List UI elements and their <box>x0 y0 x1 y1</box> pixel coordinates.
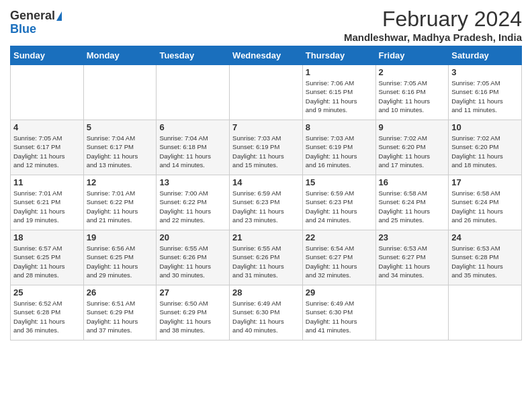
day-number: 2 <box>379 67 446 77</box>
calendar-cell: 19Sunrise: 6:56 AM Sunset: 6:25 PM Dayli… <box>83 230 157 285</box>
day-info: Sunrise: 6:59 AM Sunset: 6:23 PM Dayligh… <box>306 189 373 224</box>
day-info: Sunrise: 7:05 AM Sunset: 6:16 PM Dayligh… <box>451 79 519 114</box>
calendar-cell: 22Sunrise: 6:54 AM Sunset: 6:27 PM Dayli… <box>302 230 375 285</box>
day-info: Sunrise: 7:05 AM Sunset: 6:17 PM Dayligh… <box>13 134 81 169</box>
day-info: Sunrise: 7:03 AM Sunset: 6:19 PM Dayligh… <box>306 134 373 169</box>
day-of-week-header: Monday <box>83 46 157 65</box>
calendar-header-row: SundayMondayTuesdayWednesdayThursdayFrid… <box>11 46 522 65</box>
day-number: 11 <box>13 177 81 187</box>
calendar-cell <box>449 285 522 340</box>
calendar-cell: 3Sunrise: 7:05 AM Sunset: 6:16 PM Daylig… <box>449 65 522 120</box>
calendar-cell: 12Sunrise: 7:01 AM Sunset: 6:22 PM Dayli… <box>83 175 157 230</box>
calendar-cell: 15Sunrise: 6:59 AM Sunset: 6:23 PM Dayli… <box>302 175 375 230</box>
day-info: Sunrise: 6:55 AM Sunset: 6:26 PM Dayligh… <box>232 244 300 279</box>
logo-general-text: General <box>10 9 62 23</box>
location-subtitle: Mandleshwar, Madhya Pradesh, India <box>344 32 522 43</box>
day-info: Sunrise: 7:01 AM Sunset: 6:22 PM Dayligh… <box>87 189 154 224</box>
day-info: Sunrise: 6:52 AM Sunset: 6:28 PM Dayligh… <box>13 299 81 334</box>
day-number: 1 <box>306 67 373 77</box>
day-number: 14 <box>232 177 300 187</box>
day-info: Sunrise: 6:58 AM Sunset: 6:24 PM Dayligh… <box>379 189 446 224</box>
day-number: 12 <box>87 177 154 187</box>
day-info: Sunrise: 6:59 AM Sunset: 6:23 PM Dayligh… <box>232 189 300 224</box>
calendar-table: SundayMondayTuesdayWednesdayThursdayFrid… <box>10 46 522 340</box>
calendar-cell: 26Sunrise: 6:51 AM Sunset: 6:29 PM Dayli… <box>83 285 157 340</box>
day-of-week-header: Saturday <box>449 46 522 65</box>
day-of-week-header: Friday <box>375 46 449 65</box>
calendar-cell: 25Sunrise: 6:52 AM Sunset: 6:28 PM Dayli… <box>11 285 84 340</box>
calendar-week-row: 25Sunrise: 6:52 AM Sunset: 6:28 PM Dayli… <box>11 285 522 340</box>
calendar-cell <box>157 65 230 120</box>
logo-triangle-icon <box>56 11 62 21</box>
calendar-cell: 10Sunrise: 7:02 AM Sunset: 6:20 PM Dayli… <box>449 120 522 175</box>
day-info: Sunrise: 7:01 AM Sunset: 6:21 PM Dayligh… <box>13 189 81 224</box>
day-number: 26 <box>87 287 154 298</box>
day-info: Sunrise: 6:49 AM Sunset: 6:30 PM Dayligh… <box>232 299 300 334</box>
calendar-cell <box>230 65 303 120</box>
day-info: Sunrise: 6:55 AM Sunset: 6:26 PM Dayligh… <box>159 244 226 279</box>
day-number: 16 <box>379 177 446 187</box>
day-number: 8 <box>306 122 373 132</box>
day-info: Sunrise: 7:04 AM Sunset: 6:18 PM Dayligh… <box>159 134 226 169</box>
calendar-cell: 6Sunrise: 7:04 AM Sunset: 6:18 PM Daylig… <box>157 120 230 175</box>
calendar-cell: 28Sunrise: 6:49 AM Sunset: 6:30 PM Dayli… <box>230 285 303 340</box>
title-area: February 2024 Mandleshwar, Madhya Prades… <box>344 7 522 43</box>
logo: General Blue <box>10 9 62 36</box>
day-number: 6 <box>159 122 226 132</box>
day-number: 7 <box>232 122 300 132</box>
calendar-cell: 18Sunrise: 6:57 AM Sunset: 6:25 PM Dayli… <box>11 230 84 285</box>
month-year-title: February 2024 <box>344 7 522 32</box>
calendar-week-row: 1Sunrise: 7:06 AM Sunset: 6:15 PM Daylig… <box>11 65 522 120</box>
calendar-cell: 23Sunrise: 6:53 AM Sunset: 6:27 PM Dayli… <box>375 230 449 285</box>
day-info: Sunrise: 7:06 AM Sunset: 6:15 PM Dayligh… <box>306 79 373 114</box>
day-number: 15 <box>306 177 373 187</box>
calendar-cell: 29Sunrise: 6:49 AM Sunset: 6:30 PM Dayli… <box>302 285 375 340</box>
calendar-cell: 16Sunrise: 6:58 AM Sunset: 6:24 PM Dayli… <box>375 175 449 230</box>
day-info: Sunrise: 6:56 AM Sunset: 6:25 PM Dayligh… <box>87 244 154 279</box>
day-info: Sunrise: 7:04 AM Sunset: 6:17 PM Dayligh… <box>87 134 154 169</box>
calendar-cell: 2Sunrise: 7:05 AM Sunset: 6:16 PM Daylig… <box>375 65 449 120</box>
day-number: 27 <box>159 287 226 298</box>
calendar-cell <box>375 285 449 340</box>
day-of-week-header: Thursday <box>302 46 375 65</box>
day-number: 10 <box>451 122 519 132</box>
day-info: Sunrise: 6:53 AM Sunset: 6:27 PM Dayligh… <box>379 244 446 279</box>
calendar-cell: 4Sunrise: 7:05 AM Sunset: 6:17 PM Daylig… <box>11 120 84 175</box>
calendar-cell: 5Sunrise: 7:04 AM Sunset: 6:17 PM Daylig… <box>83 120 157 175</box>
day-info: Sunrise: 6:51 AM Sunset: 6:29 PM Dayligh… <box>87 299 154 334</box>
calendar-cell: 21Sunrise: 6:55 AM Sunset: 6:26 PM Dayli… <box>230 230 303 285</box>
day-number: 18 <box>13 232 81 242</box>
day-number: 24 <box>451 232 519 242</box>
day-number: 17 <box>451 177 519 187</box>
day-number: 19 <box>87 232 154 242</box>
day-number: 21 <box>232 232 300 242</box>
day-number: 23 <box>379 232 446 242</box>
calendar-cell <box>83 65 157 120</box>
calendar-cell: 7Sunrise: 7:03 AM Sunset: 6:19 PM Daylig… <box>230 120 303 175</box>
calendar-cell: 17Sunrise: 6:58 AM Sunset: 6:24 PM Dayli… <box>449 175 522 230</box>
day-info: Sunrise: 6:49 AM Sunset: 6:30 PM Dayligh… <box>306 299 373 334</box>
day-number: 13 <box>159 177 226 187</box>
day-info: Sunrise: 7:02 AM Sunset: 6:20 PM Dayligh… <box>451 134 519 169</box>
calendar-cell: 13Sunrise: 7:00 AM Sunset: 6:22 PM Dayli… <box>157 175 230 230</box>
calendar-cell: 9Sunrise: 7:02 AM Sunset: 6:20 PM Daylig… <box>375 120 449 175</box>
day-info: Sunrise: 6:50 AM Sunset: 6:29 PM Dayligh… <box>159 299 226 334</box>
day-of-week-header: Wednesday <box>230 46 303 65</box>
day-of-week-header: Sunday <box>11 46 84 65</box>
day-info: Sunrise: 7:03 AM Sunset: 6:19 PM Dayligh… <box>232 134 300 169</box>
day-info: Sunrise: 6:58 AM Sunset: 6:24 PM Dayligh… <box>451 189 519 224</box>
day-info: Sunrise: 7:02 AM Sunset: 6:20 PM Dayligh… <box>379 134 446 169</box>
calendar-cell: 11Sunrise: 7:01 AM Sunset: 6:21 PM Dayli… <box>11 175 84 230</box>
day-number: 29 <box>306 287 373 298</box>
calendar-week-row: 4Sunrise: 7:05 AM Sunset: 6:17 PM Daylig… <box>11 120 522 175</box>
logo-blue-text: Blue <box>10 23 62 36</box>
day-number: 25 <box>13 287 81 298</box>
day-number: 5 <box>87 122 154 132</box>
day-info: Sunrise: 7:00 AM Sunset: 6:22 PM Dayligh… <box>159 189 226 224</box>
calendar-cell <box>11 65 84 120</box>
calendar-cell: 8Sunrise: 7:03 AM Sunset: 6:19 PM Daylig… <box>302 120 375 175</box>
day-of-week-header: Tuesday <box>157 46 230 65</box>
day-number: 4 <box>13 122 81 132</box>
calendar-week-row: 18Sunrise: 6:57 AM Sunset: 6:25 PM Dayli… <box>11 230 522 285</box>
day-number: 28 <box>232 287 300 298</box>
